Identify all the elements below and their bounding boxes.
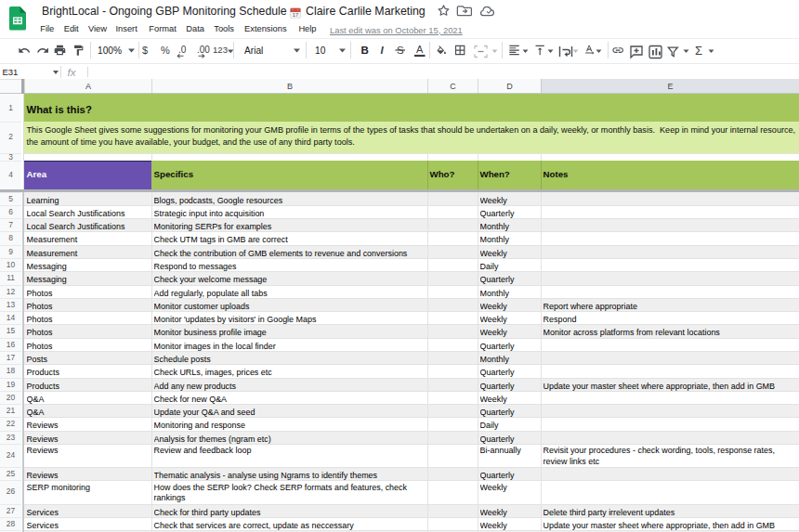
svg-text:.0: .0: [178, 45, 187, 55]
svg-text:.00: .00: [197, 45, 210, 55]
svg-text:10: 10: [315, 45, 326, 56]
svg-text:A: A: [416, 44, 424, 55]
svg-text:$: $: [142, 45, 148, 56]
svg-text:Σ: Σ: [695, 44, 702, 58]
svg-text:%: %: [161, 45, 170, 56]
svg-text:I: I: [381, 45, 385, 56]
svg-text:100%: 100%: [98, 45, 122, 56]
svg-text:17: 17: [293, 12, 298, 18]
svg-text:123: 123: [213, 45, 228, 55]
svg-text:Arial: Arial: [244, 45, 263, 56]
svg-text:B: B: [361, 45, 369, 56]
